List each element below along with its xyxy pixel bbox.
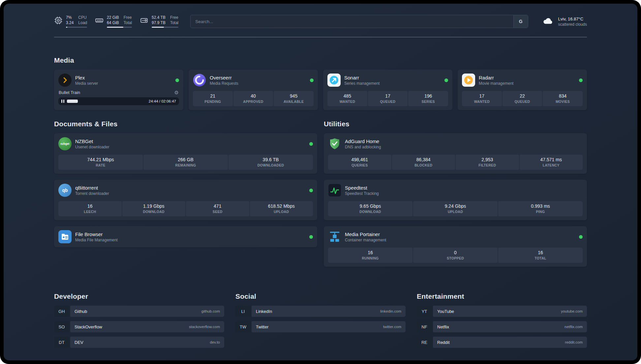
radarr-icon: [462, 74, 475, 87]
service-card-nzbget[interactable]: nzbget NZBGet Usenet downloader 744.21 M…: [54, 133, 317, 174]
now-playing-title: Bullet Train: [59, 90, 80, 95]
status-dot: [175, 78, 179, 82]
playback-progress-bar[interactable]: [67, 100, 146, 103]
stat-available: 945 AVAILABLE: [274, 91, 314, 106]
bookmark-domain: dev.to: [210, 340, 220, 344]
service-name: Sonarr: [344, 75, 380, 80]
stat-ping: 0.993 ms PING: [498, 201, 583, 216]
weather-widget: Lviv, 16.87°C scattered clouds: [541, 15, 587, 28]
service-card-plex[interactable]: Plex Media server Bullet Train ⚙: [54, 70, 183, 110]
bookmark-netflix[interactable]: NF Netflix netflix.com: [417, 321, 587, 332]
utilities-column: Utilities: [324, 110, 587, 267]
service-card-overseerr[interactable]: Overseerr Media Requests 21 PENDING 40 A…: [189, 70, 318, 110]
stat-queued: 17 QUEUED: [368, 91, 408, 106]
search-input[interactable]: [191, 15, 513, 28]
playback-time: 24:44 / 02:06:47: [149, 99, 176, 103]
bookmark-youtube[interactable]: YT YouTube youtube.com: [417, 306, 587, 317]
overseerr-icon: [193, 74, 206, 87]
bookmark-abbr: SO: [54, 321, 69, 332]
cpu-widget: 7% CPU 3.24 Load: [54, 15, 87, 28]
service-card-adguard[interactable]: AdGuard Home DNS and adblocking 498,461 …: [324, 133, 587, 174]
nzbget-icon: nzbget: [58, 137, 72, 150]
search-engine-button[interactable]: G: [513, 15, 528, 28]
stat-remaining: 266 GB REMAINING: [143, 155, 228, 170]
gear-icon[interactable]: ⚙: [174, 90, 179, 95]
memory-free-value: 22 GiB: [107, 15, 119, 20]
cpu-label-secondary: Load: [78, 20, 87, 25]
stat-wanted: 485 WANTED: [327, 91, 367, 106]
bookmark-domain: github.com: [201, 309, 220, 313]
service-name: File Browser: [75, 231, 118, 237]
stat-downloaded: 39.6 TB DOWNLOADED: [229, 155, 313, 170]
stats-row: 17 WANTED 22 QUEUED 834 MOVIES: [462, 91, 583, 106]
cpu-icon: [54, 15, 63, 28]
stat-upload: 9.24 Gbps UPLOAD: [413, 201, 498, 216]
adguard-icon: [328, 137, 341, 150]
service-card-filebrowser[interactable]: File Browser Media File Management: [54, 226, 317, 247]
stat-stopped: 0 STOPPED: [413, 248, 498, 263]
cloud-icon: [541, 15, 555, 28]
stat-latency: 47.571 ms LATENCY: [520, 155, 583, 170]
bookmark-name: YouTube: [437, 309, 454, 314]
stats-row: 498,461 QUERIES 86,384 BLOCKED 2,953 FIL…: [328, 155, 583, 170]
plex-icon: [58, 74, 72, 87]
service-desc: Media Requests: [210, 81, 238, 86]
bookmark-group-developer: Developer GH Github github.com SO StackO…: [54, 292, 224, 352]
filebrowser-icon: [58, 230, 72, 243]
sonarr-icon: [327, 74, 341, 87]
stat-queries: 498,461 QUERIES: [328, 155, 391, 170]
service-card-speedtest[interactable]: Speedtest Speedtest Tracking 9.65 Gbps D…: [324, 180, 587, 220]
stats-row: 744.21 Mbps RATE 266 GB REMAINING 39.6 T…: [58, 155, 313, 170]
bookmark-linkedin[interactable]: LI LinkedIn linkedin.com: [235, 306, 406, 317]
ram-icon: [95, 15, 104, 28]
bookmark-name: Reddit: [437, 340, 450, 345]
service-desc: Torrent downloader: [75, 191, 109, 196]
media-cards-row: Plex Media server Bullet Train ⚙: [54, 70, 587, 110]
bookmark-dev[interactable]: DT DEV dev.to: [54, 337, 224, 348]
bookmark-abbr: GH: [54, 306, 69, 317]
stat-wanted: 17 WANTED: [462, 91, 502, 106]
qbittorrent-icon: qb: [58, 184, 72, 197]
service-desc: DNS and adblocking: [345, 145, 381, 149]
disk-label-primary: Free: [170, 15, 178, 20]
service-name: AdGuard Home: [345, 138, 381, 144]
search-bar: G: [190, 15, 528, 28]
stat-movies: 834 MOVIES: [543, 91, 583, 106]
disk-label-secondary: Total: [170, 20, 178, 25]
memory-total-value: 64 GiB: [107, 20, 119, 25]
bookmark-stackoverflow[interactable]: SO StackOverflow stackoverflow.com: [54, 321, 224, 332]
bookmark-name: Netflix: [437, 324, 449, 329]
service-desc: Speedtest Tracking: [345, 191, 379, 196]
speedtest-icon: [328, 184, 341, 197]
stat-filtered: 2,953 FILTERED: [456, 155, 519, 170]
service-card-portainer[interactable]: Media Portainer Container management 16 …: [324, 226, 587, 267]
weather-location: Lviv, 16.87°C: [558, 16, 587, 21]
bookmark-reddit[interactable]: RE Reddit reddit.com: [417, 337, 587, 348]
header-divider: [54, 37, 587, 37]
pause-button[interactable]: [61, 100, 64, 103]
service-desc: Container management: [345, 238, 386, 242]
stat-pending: 21 PENDING: [193, 91, 233, 106]
service-name: Radarr: [479, 75, 513, 80]
status-dot: [579, 235, 583, 239]
disk-total-value: 97.9 TB: [152, 20, 166, 25]
service-card-qbittorrent[interactable]: qb qBittorrent Torrent downloader 16 LEE…: [54, 180, 317, 220]
stats-row: 21 PENDING 40 APPROVED 945 AVAILABLE: [193, 91, 314, 106]
section-title-social: Social: [235, 292, 406, 300]
playback-progress-fill: [67, 100, 78, 103]
service-card-sonarr[interactable]: Sonarr Series management 485 WANTED 17 Q…: [323, 70, 452, 110]
stat-total: 16 TOTAL: [498, 248, 583, 263]
disk-free-value: 52.4 TB: [152, 15, 166, 20]
service-name: Speedtest: [345, 185, 379, 191]
stat-queued: 22 QUEUED: [503, 91, 542, 106]
cpu-progress-fill: [66, 27, 67, 28]
bookmark-name: DEV: [75, 340, 83, 345]
status-dot: [309, 235, 313, 239]
service-card-radarr[interactable]: Radarr Movie management 17 WANTED 22 QUE…: [458, 70, 587, 110]
bookmark-domain: reddit.com: [565, 340, 583, 344]
bookmark-github[interactable]: GH Github github.com: [54, 306, 224, 317]
cpu-label-primary: CPU: [78, 15, 87, 20]
stat-blocked: 86,384 BLOCKED: [392, 155, 455, 170]
bookmark-twitter[interactable]: TW Twitter twitter.com: [235, 321, 406, 332]
stats-row: 16 RUNNING 0 STOPPED 16 TOTAL: [328, 248, 583, 263]
